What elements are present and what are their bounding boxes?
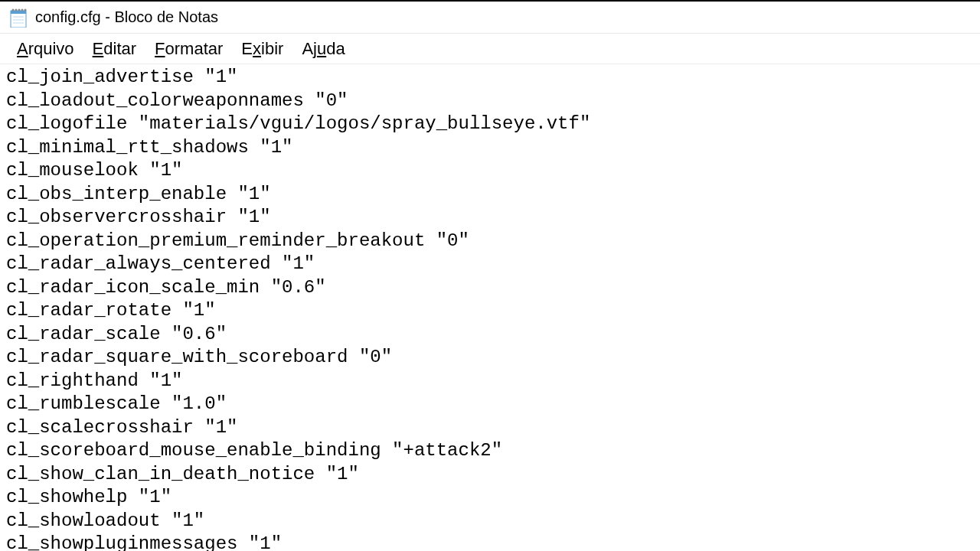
titlebar: config.cfg - Bloco de Notas (0, 2, 980, 34)
notepad-icon (9, 8, 28, 28)
text-line: cl_minimal_rtt_shadows "1" (6, 136, 974, 160)
text-line: cl_observercrosshair "1" (6, 206, 974, 230)
menu-editar[interactable]: Editar (83, 37, 145, 60)
text-line: cl_scoreboard_mouse_enable_binding "+att… (6, 439, 974, 463)
menubar: Arquivo Editar Formatar Exibir Ajuda (0, 34, 980, 64)
text-line: cl_radar_square_with_scoreboard "0" (6, 346, 974, 370)
text-editor-content[interactable]: cl_join_advertise "1"cl_loadout_colorwea… (0, 64, 980, 551)
svg-point-6 (24, 8, 27, 11)
text-line: cl_radar_rotate "1" (6, 299, 974, 323)
menu-formatar[interactable]: Formatar (145, 37, 232, 60)
text-line: cl_scalecrosshair "1" (6, 416, 974, 440)
menu-arquivo[interactable]: Arquivo (8, 37, 83, 60)
text-line: cl_logofile "materials/vgui/logos/spray_… (6, 112, 974, 136)
text-line: cl_righthand "1" (6, 370, 974, 393)
text-line: cl_show_clan_in_death_notice "1" (6, 463, 974, 487)
svg-point-4 (18, 8, 21, 11)
svg-rect-1 (11, 11, 26, 14)
text-line: cl_radar_scale "0.6" (6, 323, 974, 347)
text-line: cl_radar_icon_scale_min "0.6" (6, 276, 974, 300)
text-line: cl_rumblescale "1.0" (6, 393, 974, 416)
text-line: cl_operation_premium_reminder_breakout "… (6, 230, 974, 253)
svg-point-5 (21, 8, 24, 11)
text-line: cl_mouselook "1" (6, 159, 974, 183)
text-line: cl_join_advertise "1" (6, 66, 974, 90)
text-line: cl_showhelp "1" (6, 486, 974, 510)
svg-point-3 (15, 8, 18, 11)
text-line: cl_showpluginmessages "1" (6, 533, 974, 551)
menu-exibir[interactable]: Exibir (232, 37, 292, 60)
text-line: cl_obs_interp_enable "1" (6, 183, 974, 207)
window-title: config.cfg - Bloco de Notas (35, 8, 218, 26)
text-line: cl_loadout_colorweaponnames "0" (6, 90, 974, 113)
menu-ajuda[interactable]: Ajuda (292, 37, 354, 60)
svg-point-2 (12, 8, 15, 11)
text-line: cl_radar_always_centered "1" (6, 253, 974, 276)
text-line: cl_showloadout "1" (6, 510, 974, 533)
